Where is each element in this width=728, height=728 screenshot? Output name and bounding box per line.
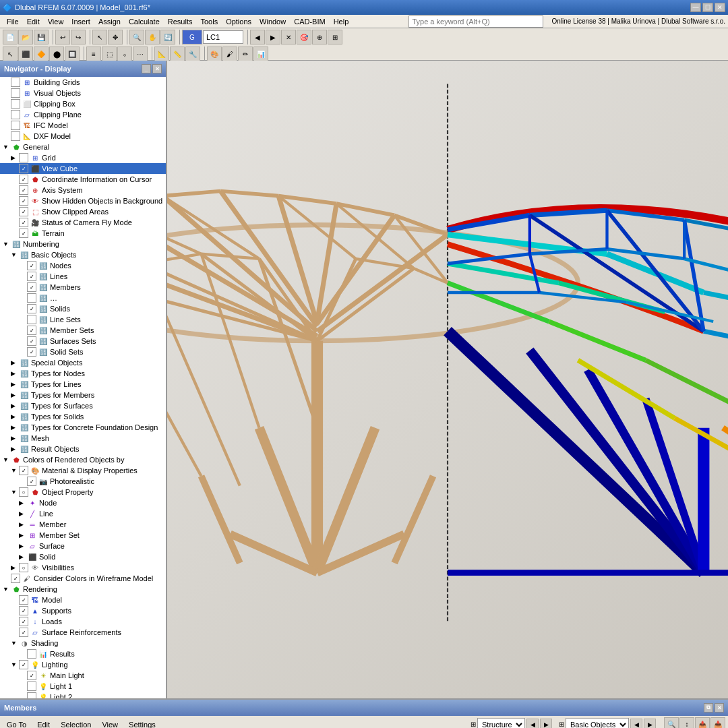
tree-types-solids[interactable]: ▶ 🔢 Types for Solids bbox=[0, 411, 166, 422]
viewport[interactable]: Clipping Plane mode bbox=[167, 61, 728, 698]
panel-float-button[interactable]: ⧉ bbox=[704, 703, 713, 712]
check-nodes[interactable]: ✓ bbox=[27, 261, 36, 270]
tb2-9[interactable]: ⋯ bbox=[133, 47, 148, 61]
tree-clipping-plane[interactable]: ▱ Clipping Plane bbox=[0, 109, 166, 120]
check-lines[interactable]: ✓ bbox=[27, 272, 36, 281]
menu-results[interactable]: Results bbox=[164, 16, 197, 27]
tree-ifc-model[interactable]: 🏗 IFC Model bbox=[0, 120, 166, 131]
tree-rendering[interactable]: ▼ ⬟ Rendering bbox=[0, 584, 166, 595]
check-dxf-model[interactable] bbox=[11, 131, 20, 141]
tb2-10[interactable]: 📐 bbox=[154, 47, 169, 61]
check-visual-objects[interactable] bbox=[11, 88, 20, 98]
check-terrain[interactable]: ✓ bbox=[19, 229, 28, 238]
tree-model[interactable]: ✓ 🏗 Model bbox=[0, 595, 166, 605]
tool-btn-2[interactable]: ▶ bbox=[266, 30, 280, 44]
render-button[interactable]: G bbox=[182, 30, 202, 44]
tree-nodes[interactable]: ✓ 🔢 Nodes bbox=[0, 260, 166, 271]
menu-window[interactable]: Window bbox=[255, 16, 290, 27]
check-show-hidden[interactable]: ✓ bbox=[19, 196, 28, 206]
goto-menu[interactable]: Go To bbox=[3, 719, 30, 729]
tb2-5[interactable]: 🔲 bbox=[65, 47, 80, 61]
tree-building-grids[interactable]: ⊞ Building Grids bbox=[0, 77, 166, 88]
navigator-content[interactable]: ⊞ Building Grids ⊞ Visual Objects ⬜ Clip… bbox=[0, 77, 166, 698]
tree-solids-basic[interactable]: ✓ 🔢 Solids bbox=[0, 303, 166, 314]
move-button[interactable]: ✥ bbox=[108, 30, 123, 44]
tree-camera-fly[interactable]: ✓ 🎥 Status of Camera Fly Mode bbox=[0, 217, 166, 228]
menu-options[interactable]: Options bbox=[222, 16, 255, 27]
import-btn[interactable]: 📥 bbox=[710, 717, 725, 729]
check-object-property[interactable]: ○ bbox=[19, 487, 28, 497]
check-grid[interactable] bbox=[19, 153, 28, 162]
check-material-display[interactable]: ✓ bbox=[19, 466, 28, 475]
tree-show-hidden[interactable]: ✓ 👁 Show Hidden Objects in Background bbox=[0, 195, 166, 206]
check-loads[interactable]: ✓ bbox=[19, 617, 28, 626]
selection-menu[interactable]: Selection bbox=[57, 719, 95, 729]
tree-types-members[interactable]: ▶ 🔢 Types for Members bbox=[0, 390, 166, 400]
tool-btn-3[interactable]: ✕ bbox=[281, 30, 296, 44]
menu-insert[interactable]: Insert bbox=[67, 16, 94, 27]
tb2-15[interactable]: ✏ bbox=[238, 47, 253, 61]
search-input[interactable] bbox=[408, 16, 543, 28]
tree-members[interactable]: ✓ 🔢 Members bbox=[0, 282, 166, 293]
select-button[interactable]: ↖ bbox=[92, 30, 107, 44]
check-clipping-plane[interactable] bbox=[11, 110, 20, 119]
tree-colors-rendered[interactable]: ▼ ⬟ Colors of Rendered Objects by bbox=[0, 454, 166, 465]
tree-result-objects[interactable]: ▶ 🔢 Result Objects bbox=[0, 444, 166, 454]
tree-photorealistic[interactable]: ✓ 📷 Photorealistic bbox=[0, 476, 166, 487]
pan-button[interactable]: ✋ bbox=[145, 30, 160, 44]
tree-lines[interactable]: ✓ 🔢 Lines bbox=[0, 271, 166, 282]
tree-general[interactable]: ▼ ⬟ General bbox=[0, 142, 166, 152]
check-building-grids[interactable] bbox=[11, 78, 20, 87]
check-lighting[interactable]: ✓ bbox=[19, 660, 28, 669]
next-btn2[interactable]: ▶ bbox=[644, 719, 656, 729]
check-members[interactable]: ✓ bbox=[27, 282, 36, 292]
tree-types-surfaces[interactable]: ▶ 🔢 Types for Surfaces bbox=[0, 400, 166, 411]
check-surface-reinf[interactable]: ✓ bbox=[19, 628, 28, 637]
tree-types-nodes[interactable]: ▶ 🔢 Types for Nodes bbox=[0, 368, 166, 379]
minimize-button[interactable]: — bbox=[690, 3, 701, 12]
check-line-sets[interactable] bbox=[27, 315, 36, 324]
tree-surfaces-basic[interactable]: 🔢 … bbox=[0, 293, 166, 303]
check-results-shading[interactable] bbox=[27, 649, 36, 659]
tree-surface-sets[interactable]: ✓ 🔢 Surfaces Sets bbox=[0, 336, 166, 346]
tree-grid[interactable]: ▶ ⊞ Grid bbox=[0, 152, 166, 163]
menu-edit[interactable]: Edit bbox=[23, 16, 44, 27]
tree-member[interactable]: ▶ ═ Member bbox=[0, 519, 166, 530]
edit-menu[interactable]: Edit bbox=[33, 719, 54, 729]
filter-btn[interactable]: 🔍 bbox=[664, 717, 679, 729]
check-solid-sets[interactable]: ✓ bbox=[27, 347, 36, 357]
tool-btn-4[interactable]: 🎯 bbox=[297, 30, 311, 44]
next-btn[interactable]: ▶ bbox=[540, 719, 552, 729]
tb2-12[interactable]: 🔧 bbox=[185, 47, 200, 61]
open-button[interactable]: 📂 bbox=[18, 30, 33, 44]
export-btn[interactable]: 📤 bbox=[695, 717, 710, 729]
tree-types-concrete[interactable]: ▶ 🔢 Types for Concrete Foundation Design bbox=[0, 422, 166, 433]
sort-btn[interactable]: ↕ bbox=[679, 717, 694, 729]
tb2-8[interactable]: ⬦ bbox=[117, 47, 132, 61]
maximize-button[interactable]: ☐ bbox=[702, 3, 713, 12]
check-light1[interactable] bbox=[27, 681, 36, 691]
check-surfaces-basic[interactable] bbox=[27, 293, 36, 303]
check-visibilities[interactable]: ○ bbox=[19, 563, 28, 572]
tree-clipping-box[interactable]: ⬜ Clipping Box bbox=[0, 98, 166, 109]
tree-consider-colors[interactable]: ✓ 🖌 Consider Colors in Wireframe Model bbox=[0, 573, 166, 584]
tree-axis-system[interactable]: ✓ ⊕ Axis System bbox=[0, 185, 166, 195]
tree-types-lines[interactable]: ▶ 🔢 Types for Lines bbox=[0, 379, 166, 390]
tree-results-shading[interactable]: 📊 Results bbox=[0, 648, 166, 659]
zoom-button[interactable]: 🔍 bbox=[129, 30, 144, 44]
check-consider-colors[interactable]: ✓ bbox=[11, 574, 20, 583]
tree-dxf-model[interactable]: 📐 DXF Model bbox=[0, 131, 166, 142]
tree-member-set[interactable]: ▶ ⊞ Member Set bbox=[0, 530, 166, 541]
check-show-clipped[interactable]: ✓ bbox=[19, 207, 28, 216]
tb2-4[interactable]: ⬤ bbox=[49, 47, 64, 61]
tree-main-light[interactable]: ✓ ☀ Main Light bbox=[0, 670, 166, 681]
tree-line[interactable]: ▶ ╱ Line bbox=[0, 508, 166, 519]
check-ifc-model[interactable] bbox=[11, 121, 20, 130]
tree-loads[interactable]: ✓ ↓ Loads bbox=[0, 616, 166, 627]
tool-btn-5[interactable]: ⊕ bbox=[312, 30, 327, 44]
tool-btn-6[interactable]: ⊞ bbox=[328, 30, 342, 44]
menu-cadbim[interactable]: CAD-BIM bbox=[290, 16, 329, 27]
save-button[interactable]: 💾 bbox=[34, 30, 49, 44]
tree-show-clipped[interactable]: ✓ ⬚ Show Clipped Areas bbox=[0, 206, 166, 217]
check-surface-sets[interactable]: ✓ bbox=[27, 336, 36, 346]
